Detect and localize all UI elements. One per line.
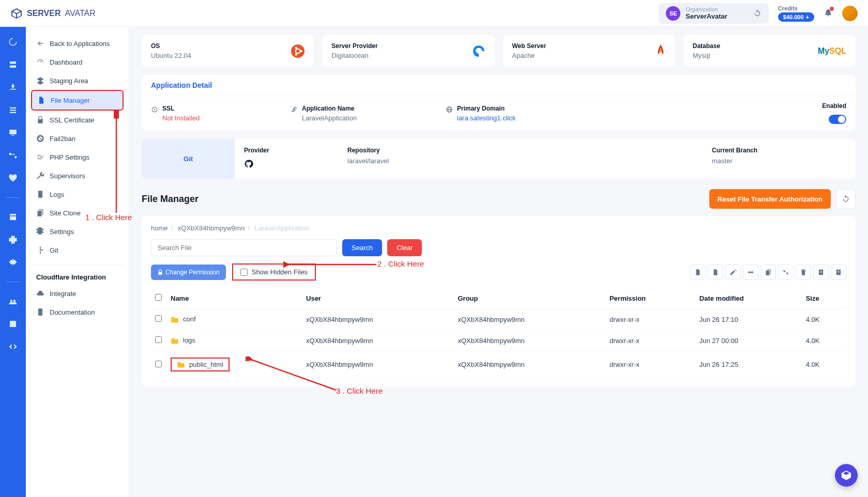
move-button[interactable] <box>743 265 758 280</box>
apps-mini-icon[interactable] <box>8 83 18 92</box>
network-mini-icon[interactable] <box>8 151 18 160</box>
row-checkbox[interactable] <box>155 336 162 343</box>
compress-button[interactable] <box>778 265 794 280</box>
org-selector[interactable]: SE Organization ServerAvatar <box>659 3 768 24</box>
domain-value[interactable]: lara.satesting1.click <box>457 114 515 122</box>
table-row[interactable]: public_html xQXbX84hbmpyw9mn xQXbX84hbmp… <box>151 351 846 378</box>
select-all-checkbox[interactable] <box>155 294 162 301</box>
row-checkbox[interactable] <box>155 361 162 367</box>
new-file-button[interactable] <box>690 265 706 280</box>
svg-point-6 <box>154 108 155 110</box>
gauge-icon <box>36 58 44 66</box>
git-provider-label: Provider <box>244 147 347 154</box>
svg-point-0 <box>291 44 304 58</box>
refresh-icon[interactable] <box>753 9 762 18</box>
copy-button[interactable] <box>760 265 776 280</box>
folder-icon <box>171 316 179 323</box>
sidebar-settings[interactable]: Settings <box>31 222 124 241</box>
search-input[interactable] <box>151 239 337 256</box>
sidebar-ssl[interactable]: SSL Certificate <box>31 111 124 129</box>
sidebar-dashboard[interactable]: Dashboard <box>31 53 124 71</box>
layers-icon <box>36 76 44 85</box>
user-avatar[interactable] <box>842 6 858 21</box>
hidden-files-input[interactable] <box>240 269 248 276</box>
credits-value-pill[interactable]: $40.000 + <box>778 12 814 22</box>
reset-authorization-button[interactable]: Reset File Transfer Authorization <box>709 189 831 209</box>
window-mini-icon[interactable] <box>8 212 18 222</box>
clear-button[interactable]: Clear <box>387 239 422 256</box>
file-table: Name User Group Permission Date modified… <box>151 288 846 378</box>
new-folder-button[interactable] <box>708 265 723 280</box>
bell-dot <box>830 7 834 11</box>
servers-mini-icon[interactable] <box>8 60 18 69</box>
code-mini-icon[interactable] <box>8 342 18 351</box>
sidebar-git[interactable]: Git <box>31 241 124 259</box>
settings-mini-icon[interactable] <box>8 258 18 267</box>
card-web-value: Apache <box>512 52 546 59</box>
dashboard-mini-icon[interactable] <box>8 37 18 46</box>
folder-icon <box>171 337 179 345</box>
card-db-value: Mysql <box>693 52 720 59</box>
delete-button[interactable] <box>796 265 811 280</box>
ban-icon <box>36 134 44 143</box>
sidebar-docs[interactable]: Documentation <box>31 303 124 321</box>
git-branch-value: master <box>712 157 846 165</box>
upload-button[interactable] <box>831 265 846 280</box>
card-webserver: Web Server Apache <box>503 35 675 67</box>
svg-point-2 <box>300 50 302 52</box>
public-html-highlight: public_html <box>171 358 230 371</box>
show-hidden-checkbox[interactable]: Show Hidden Files <box>232 263 316 281</box>
change-permission-button[interactable]: Change Permission <box>151 265 226 280</box>
breadcrumb: home/ xQXbX84hbmpyw9mn/ LaravelApplicati… <box>151 224 846 232</box>
crosshair-icon <box>151 106 158 113</box>
app-detail-card: Application Detail SSL Not Installed App… <box>142 75 856 130</box>
breadcrumb-user[interactable]: xQXbX84hbmpyw9mn <box>178 224 245 232</box>
mini-separator-2 <box>6 282 20 282</box>
sidebar-site-clone[interactable]: Site Clone <box>31 204 124 222</box>
card-os-label: OS <box>151 42 191 50</box>
team-mini-icon[interactable] <box>8 297 18 306</box>
digitalocean-icon <box>472 44 485 58</box>
fm-panel: home/ xQXbX84hbmpyw9mn/ LaravelApplicati… <box>142 216 856 386</box>
help-fab[interactable] <box>835 464 858 487</box>
table-row[interactable]: logs xQXbX84hbmpyw9mn xQXbX84hbmpyw9mn d… <box>151 330 846 351</box>
sidebar-logs[interactable]: Logs <box>31 185 124 204</box>
github-icon <box>244 159 253 168</box>
folder-icon <box>177 361 185 368</box>
search-button[interactable]: Search <box>342 239 382 256</box>
table-row[interactable]: conf xQXbX84hbmpyw9mn xQXbX84hbmpyw9mn d… <box>151 309 846 330</box>
heart-mini-icon[interactable] <box>8 174 18 183</box>
mini-separator <box>6 197 20 198</box>
annotation-3: 3 . Click Here <box>336 386 383 395</box>
sidebar-staging[interactable]: Staging Area <box>31 71 124 90</box>
sidebar-php[interactable]: PHP Settings <box>31 148 124 166</box>
credits-label: Credits <box>778 5 814 11</box>
breadcrumb-home[interactable]: home <box>151 224 168 232</box>
sidebar-back[interactable]: Back to Applications <box>31 34 124 53</box>
notifications-bell[interactable] <box>824 8 833 19</box>
monitor-mini-icon[interactable] <box>8 128 18 137</box>
col-group: Group <box>453 288 605 309</box>
row-checkbox[interactable] <box>155 315 162 322</box>
billing-mini-icon[interactable] <box>8 319 18 329</box>
brand-text-1: SERVER <box>27 9 61 18</box>
card-os: OS Ubuntu 22.04 <box>142 35 314 67</box>
card-provider: Server Provider Digitalocean <box>322 35 494 67</box>
book-icon <box>36 308 44 316</box>
appname-value: LaravelApplication <box>302 114 357 122</box>
sidebar-fail2ban[interactable]: Fail2ban <box>31 129 124 148</box>
sidebar-supervisors[interactable]: Supervisors <box>31 166 124 185</box>
gear-mini-icon[interactable] <box>8 235 18 244</box>
list-mini-icon[interactable] <box>8 105 18 115</box>
enabled-toggle[interactable] <box>829 115 846 124</box>
git-tab[interactable]: Git <box>142 138 235 179</box>
sidebar-file-manager[interactable]: File Manager <box>31 90 124 111</box>
refresh-button[interactable] <box>836 189 856 209</box>
brand-logo[interactable]: SERVERAVATAR <box>10 7 96 20</box>
edit-button[interactable] <box>725 265 741 280</box>
download-button[interactable] <box>813 265 829 280</box>
refresh-icon <box>842 195 850 203</box>
appname-label: Application Name <box>302 105 357 112</box>
sidebar-integrate[interactable]: Integrate <box>31 284 124 303</box>
fm-title: File Manager <box>142 194 199 205</box>
